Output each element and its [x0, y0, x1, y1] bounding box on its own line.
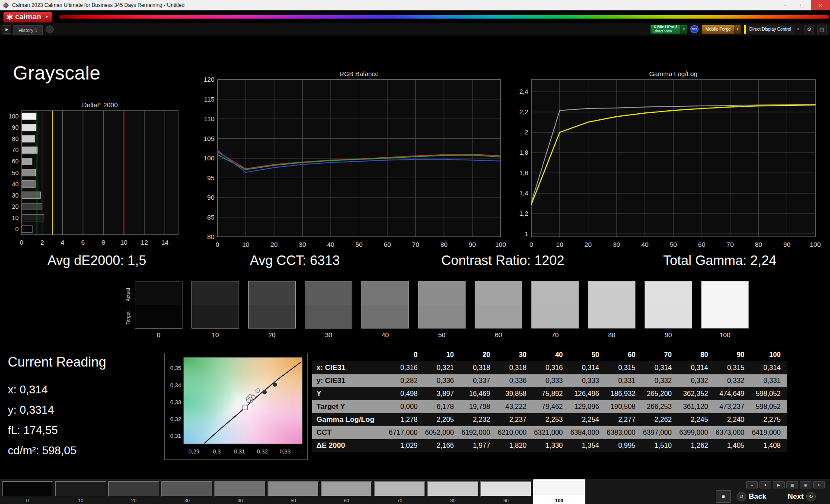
maximize-button[interactable]: □ [794, 0, 811, 10]
next-button[interactable]: Next ↻ [788, 490, 816, 503]
svg-text:85: 85 [207, 214, 214, 221]
record-button[interactable]: ● [760, 481, 771, 488]
minimize-button[interactable]: – [776, 0, 794, 10]
table-cell: 2,254 [569, 413, 606, 426]
current-reading-panel: Current Reading x: 0,314 y: 0,3314 fL: 1… [8, 354, 106, 461]
table-cell: 2,232 [460, 413, 497, 426]
svg-text:30: 30 [12, 192, 19, 199]
table-cell: 6321,000 [533, 426, 569, 439]
svg-text:0: 0 [216, 241, 219, 248]
source-dropdown[interactable]: Mobile Forge ▾ [702, 25, 741, 34]
table-cell: 0,336 [497, 374, 533, 387]
app-icon [3, 2, 9, 9]
table-cell: 19,798 [460, 400, 497, 413]
table-cell: 0,315 [715, 361, 751, 374]
grayscale-patch-button-100[interactable]: 100 [533, 479, 585, 504]
history-expand-button[interactable]: ▶ [3, 25, 11, 34]
svg-text:1,4: 1,4 [519, 189, 528, 197]
back-button[interactable]: ↺ Back [737, 490, 766, 503]
chevron-down-icon: ▾ [680, 25, 687, 34]
rainbow-gradient-strip [59, 15, 829, 19]
target-button[interactable]: ◉ [800, 481, 811, 488]
grayscale-patch-button-60[interactable]: 60 [320, 479, 373, 504]
svg-text:DeltaE 2000: DeltaE 2000 [82, 101, 118, 108]
table-cell: 75,892 [533, 387, 569, 400]
grayscale-patch-button-10[interactable]: 10 [54, 479, 107, 504]
svg-text:8: 8 [102, 239, 105, 246]
table-row-label: y: CIE31 [312, 374, 388, 387]
patch-level-label: 100 [533, 498, 585, 503]
table-cell: 1,029 [388, 439, 424, 452]
table-cell: 2,262 [642, 413, 678, 426]
eject-button[interactable]: ▴ [746, 481, 758, 488]
svg-text:105: 105 [204, 135, 214, 142]
table-cell: 2,245 [678, 413, 715, 426]
layout-panel-button[interactable]: ▤ [817, 25, 827, 34]
patch-level-label: 10 [55, 498, 106, 503]
grayscale-patch-button-90[interactable]: 90 [480, 479, 532, 504]
avg-de2000-stat: Avg dE2000: 1,5 [0, 253, 194, 268]
close-button[interactable]: × [811, 0, 830, 10]
svg-text:70: 70 [12, 147, 19, 153]
table-cell: 2,205 [424, 413, 460, 426]
current-reading-title: Current Reading [8, 354, 106, 370]
reading-cdm2: cd/m²: 598,05 [8, 440, 106, 461]
reading-y: y: 0,3314 [8, 400, 106, 420]
table-row: x: CIE310,3160,3210,3180,3180,3160,3140,… [312, 361, 787, 374]
chevron-down-icon: ▼ [45, 15, 48, 19]
grayscale-patch-button-0[interactable]: 0 [1, 479, 54, 504]
calman-menu-button[interactable]: calman ▼ [3, 12, 52, 22]
grayscale-patch-button-20[interactable]: 20 [108, 479, 160, 504]
svg-text:0: 0 [530, 241, 533, 248]
tab-history-1[interactable]: History 1 [13, 25, 43, 35]
svg-text:100: 100 [495, 241, 506, 248]
svg-text:70: 70 [727, 241, 734, 248]
grayscale-patch-button-50[interactable]: 50 [267, 479, 319, 504]
table-cell: 2,275 [751, 413, 787, 426]
table-cell: 1,977 [460, 439, 497, 452]
grayscale-patch-button-30[interactable]: 30 [161, 479, 213, 504]
svg-text:30: 30 [613, 241, 620, 248]
svg-text:50: 50 [355, 241, 363, 248]
window-title: Calman 2023 Calman Ultimate for Business… [12, 2, 185, 8]
contrast-ratio-stat: Contrast Ratio: 1202 [396, 253, 610, 268]
svg-text:90: 90 [12, 124, 19, 131]
swatch-level-label: 80 [588, 331, 635, 338]
display-control-dropdown[interactable]: Direct Display Control ▾ [744, 25, 801, 34]
grayscale-patch-button-80[interactable]: 80 [427, 479, 479, 504]
back-arrow-icon: ↺ [737, 492, 746, 501]
grayscale-swatch-30: 30 [305, 281, 352, 338]
meter-dropdown[interactable]: X-Rite i1Pro 3 Direct View ▾ [650, 25, 687, 34]
table-header-cell: 70 [642, 348, 678, 361]
svg-text:2: 2 [525, 128, 528, 136]
grid-button[interactable]: ▦ [786, 481, 798, 488]
svg-text:0,35: 0,35 [170, 365, 181, 371]
table-row-label: ΔE 2000 [312, 439, 388, 452]
svg-text:20: 20 [12, 203, 19, 210]
play-button[interactable]: ▶ [773, 481, 785, 488]
swatch-actual-half [192, 281, 239, 305]
table-cell: 0,331 [606, 374, 642, 387]
history-forward-button[interactable]: → [46, 26, 54, 33]
refresh-button[interactable]: ↻ [813, 481, 825, 488]
table-cell: 0,314 [678, 361, 715, 374]
grayscale-patch-button-70[interactable]: 70 [374, 479, 426, 504]
meter-toolbar-group: X-Rite i1Pro 3 Direct View ▾ 997 Mobile … [650, 25, 827, 34]
grayscale-swatch-70: 70 [531, 281, 579, 338]
table-header-cell: 10 [424, 348, 460, 361]
patch-level-label: 60 [321, 498, 372, 503]
swatch-face [701, 281, 749, 329]
svg-text:80: 80 [755, 241, 762, 248]
meter-count-badge[interactable]: 997 [690, 25, 699, 33]
grayscale-patch-button-40[interactable]: 40 [214, 479, 266, 504]
table-cell: 43,222 [497, 400, 533, 413]
settings-gear-button[interactable]: ⚙ [804, 25, 814, 34]
svg-text:80: 80 [207, 233, 214, 240]
svg-text:0,3: 0,3 [213, 448, 220, 455]
grayscale-swatch-90: 90 [645, 281, 692, 338]
stop-button[interactable]: ■ [716, 490, 731, 503]
svg-text:0,29: 0,29 [188, 448, 199, 455]
table-header-cell: 90 [715, 348, 751, 361]
svg-text:120: 120 [204, 76, 214, 83]
table-cell: 1,330 [533, 439, 569, 452]
